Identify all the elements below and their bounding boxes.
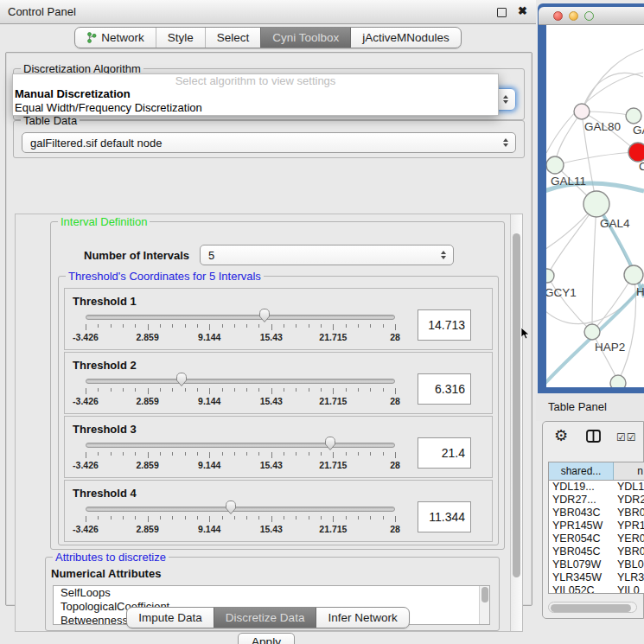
network-node[interactable] <box>610 375 626 387</box>
network-node[interactable] <box>546 269 554 283</box>
table-data-group: Table Data galFiltered.sif default node <box>13 120 525 158</box>
cyni-toolbox-panel: Discretization Algorithm Table Data galF… <box>5 52 532 606</box>
network-node[interactable] <box>628 143 644 162</box>
columns-icon[interactable] <box>586 430 601 443</box>
table-row[interactable]: YLR345WYLR3 <box>549 571 644 584</box>
table-data-combobox[interactable]: galFiltered.sif default node <box>22 132 516 153</box>
float-window-icon[interactable] <box>497 8 507 17</box>
threshold-coordinates-group: Threshold's Coordinates for 5 Intervals … <box>58 276 499 545</box>
settings-vertical-scrollbar[interactable] <box>510 214 522 631</box>
table-cell[interactable]: YDL19... <box>549 481 614 494</box>
threshold-2-slider-thumb[interactable] <box>175 372 188 387</box>
table-cell[interactable]: YBR043C <box>549 507 614 520</box>
threshold-3-slider-track[interactable] <box>86 443 395 448</box>
network-node[interactable] <box>546 156 564 174</box>
slider-tick <box>111 516 112 520</box>
tab-select[interactable]: Select <box>205 28 261 48</box>
gear-icon[interactable]: ⚙ <box>554 428 568 443</box>
slider-tick <box>284 452 284 456</box>
popup-item-equal-width-frequency[interactable]: Equal Width/Frequency Discretization <box>13 101 498 115</box>
tab-infer-network[interactable]: Infer Network <box>316 608 408 628</box>
slider-tick <box>148 452 149 458</box>
combo-arrows-icon <box>503 138 508 147</box>
table-cell[interactable]: YLR345W <box>549 571 614 584</box>
tab-jactivemnodules[interactable]: jActiveMNodules <box>350 28 461 48</box>
network-node[interactable] <box>626 108 641 124</box>
threshold-2-value-field[interactable]: 6.316 <box>418 373 471 405</box>
network-node[interactable] <box>574 104 590 119</box>
table-cell[interactable]: YPR145W <box>549 520 614 532</box>
network-node[interactable] <box>583 191 609 217</box>
network-node[interactable] <box>624 265 643 284</box>
slider-tick <box>160 324 161 328</box>
table-row[interactable]: YPR145WYPR1 <box>549 520 644 532</box>
threshold-1-value-field[interactable]: 14.713 <box>418 309 471 341</box>
slider-tick <box>160 388 161 392</box>
table-cell[interactable]: YBL079W <box>549 558 614 571</box>
table-row[interactable]: YBR043CYBR0 <box>549 507 644 520</box>
scrollbar-thumb[interactable] <box>513 233 520 577</box>
table-row[interactable]: YBL079WYBL0 <box>549 558 644 571</box>
slider-tick <box>358 452 359 456</box>
apply-button[interactable]: Apply <box>238 633 295 644</box>
number-of-intervals-label: Number of Intervals <box>84 249 189 262</box>
close-icon[interactable]: ✖ <box>518 4 527 17</box>
popup-item-manual-discretization[interactable]: Manual Discretization <box>13 87 498 101</box>
node-table: shared... n YDL19...YDL1YDR27...YDR2YBR0… <box>548 462 644 594</box>
tab-impute-data[interactable]: Impute Data <box>127 608 214 628</box>
minimize-traffic-light[interactable] <box>569 11 578 21</box>
table-cell[interactable]: YIL0 <box>614 584 644 594</box>
table-row[interactable]: YIL052CYIL0 <box>549 584 644 594</box>
slider-tick-label: 21.715 <box>307 332 359 342</box>
select-all-checkboxes-icon[interactable]: ☑☑ <box>616 431 637 443</box>
threshold-1-slider-track[interactable] <box>86 315 395 320</box>
table-row[interactable]: YDL19...YDL1 <box>549 481 644 494</box>
slider-tick <box>321 516 322 520</box>
number-of-intervals-combobox[interactable]: 5 <box>200 245 454 265</box>
slider-tick <box>135 388 136 392</box>
threshold-3-value-field[interactable]: 21.4 <box>418 437 471 469</box>
threshold-4-slider-thumb[interactable] <box>224 500 238 515</box>
column-header-name[interactable]: n <box>614 462 644 480</box>
tab-cyni-toolbox[interactable]: Cyni Toolbox <box>260 28 350 48</box>
threshold-1-slider-thumb[interactable] <box>258 308 271 323</box>
tab-style[interactable]: Style <box>156 28 205 48</box>
table-cell[interactable]: YLR3 <box>614 571 644 584</box>
threshold-3-slider-thumb[interactable] <box>323 436 337 451</box>
table-cell[interactable]: YDR27... <box>549 494 614 507</box>
slider-tick <box>222 324 223 328</box>
threshold-2-slider-track[interactable] <box>86 379 395 384</box>
slider-tick <box>86 388 86 394</box>
table-row[interactable]: YDR27...YDR2 <box>549 494 644 507</box>
table-cell[interactable]: YBR0 <box>614 507 644 520</box>
threshold-4-value-field[interactable]: 11.344 <box>418 501 471 532</box>
table-cell[interactable]: YIL052C <box>549 584 614 594</box>
zoom-traffic-light[interactable] <box>584 11 594 21</box>
network-canvas[interactable]: GAL80GACGAL11GAL4GCY1HHAP2 <box>546 25 644 387</box>
threshold-4-slider-track[interactable] <box>86 507 395 512</box>
slider-tick <box>321 388 322 392</box>
table-cell[interactable]: YBR045C <box>549 545 614 558</box>
close-traffic-light[interactable] <box>553 11 563 21</box>
table-cell[interactable]: YBR0 <box>614 545 644 558</box>
table-cell[interactable]: YBL0 <box>614 558 644 571</box>
slider-tick-label: 9.144 <box>183 524 235 534</box>
list-item[interactable]: SelfLoops <box>54 586 489 600</box>
tab-network[interactable]: Network <box>75 28 156 48</box>
slider-tick <box>197 388 198 392</box>
network-node[interactable] <box>584 324 600 340</box>
scrollbar-thumb[interactable] <box>551 604 631 612</box>
column-header-shared-name[interactable]: shared... <box>549 462 614 480</box>
table-cell[interactable]: YDL1 <box>614 481 644 494</box>
table-cell[interactable]: YER0 <box>614 532 644 545</box>
slider-tick <box>370 324 371 328</box>
table-row[interactable]: YER054CYER0 <box>549 532 644 545</box>
table-row[interactable]: YBR045CYBR0 <box>549 545 644 558</box>
tab-discretize-data[interactable]: Discretize Data <box>214 608 316 628</box>
table-cell[interactable]: YPR1 <box>614 520 644 532</box>
table-cell[interactable]: YDR2 <box>614 494 644 507</box>
table-horizontal-scrollbar[interactable] <box>548 602 637 613</box>
threshold-coordinates-group-title: Threshold's Coordinates for 5 Intervals <box>66 270 264 283</box>
slider-tick <box>160 452 161 456</box>
table-cell[interactable]: YER054C <box>549 532 614 545</box>
